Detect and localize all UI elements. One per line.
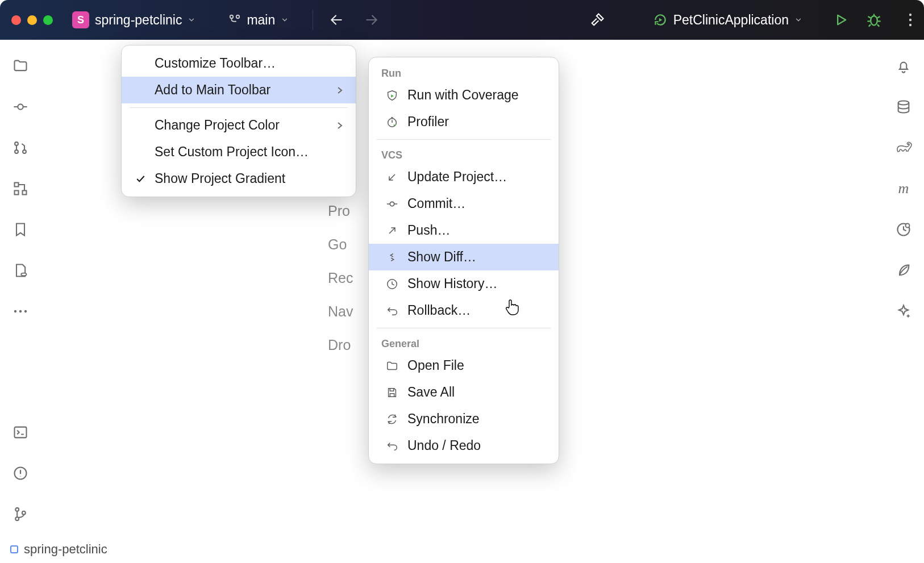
menu-section-header: VCS bbox=[369, 144, 559, 164]
build-button[interactable] bbox=[585, 7, 610, 32]
arrow-up-right-icon bbox=[385, 223, 399, 238]
coverage-tool-button[interactable] bbox=[893, 219, 914, 240]
menu-item-label: Rollback… bbox=[407, 303, 471, 318]
diff-arrows-icon bbox=[385, 250, 399, 265]
nav-back-button[interactable] bbox=[329, 12, 344, 27]
submenu-item-save-all[interactable]: Save All bbox=[369, 379, 559, 406]
bug-icon bbox=[866, 12, 882, 28]
svg-point-24 bbox=[906, 224, 910, 228]
menu-item-set-custom-icon[interactable]: Set Custom Project Icon… bbox=[122, 139, 356, 165]
commit-tool-button[interactable] bbox=[10, 97, 31, 117]
right-tool-rail: m bbox=[883, 40, 924, 536]
submenu-item-undo-redo[interactable]: Undo / Redo bbox=[369, 432, 559, 459]
more-tools-button[interactable] bbox=[10, 301, 31, 322]
left-tool-rail bbox=[0, 40, 41, 536]
svg-rect-12 bbox=[23, 191, 27, 195]
menu-separator bbox=[377, 139, 551, 140]
debug-button[interactable] bbox=[861, 7, 886, 32]
menu-item-customize-toolbar[interactable]: Customize Toolbar… bbox=[122, 50, 356, 77]
project-tool-button[interactable] bbox=[10, 56, 31, 76]
submenu-item-show-diff[interactable]: Show Diff… bbox=[369, 244, 559, 270]
menu-item-label: Change Project Color bbox=[155, 118, 280, 133]
svg-rect-17 bbox=[15, 427, 27, 438]
vcs-branch-selector[interactable]: main bbox=[220, 9, 297, 31]
svg-point-7 bbox=[15, 142, 18, 145]
structure-tool-button[interactable] bbox=[10, 178, 31, 199]
svg-rect-10 bbox=[15, 183, 19, 187]
commit-dot-icon bbox=[385, 197, 399, 211]
undo-icon bbox=[385, 303, 399, 318]
svg-point-19 bbox=[15, 508, 19, 511]
arrow-left-icon bbox=[329, 12, 344, 27]
svg-point-16 bbox=[24, 310, 27, 312]
notifications-tool-button[interactable] bbox=[893, 56, 914, 76]
leaf-icon bbox=[896, 262, 911, 278]
add-to-toolbar-submenu: Run Run with Coverage Profiler VCS Updat… bbox=[368, 57, 559, 464]
database-file-tool-button[interactable] bbox=[10, 260, 31, 281]
submenu-item-push[interactable]: Push… bbox=[369, 217, 559, 244]
vcs-tool-button[interactable] bbox=[10, 504, 31, 524]
gradle-tool-button[interactable] bbox=[893, 137, 914, 158]
svg-point-5 bbox=[909, 24, 911, 26]
submenu-item-profiler[interactable]: Profiler bbox=[369, 109, 559, 135]
window-controls bbox=[11, 15, 53, 25]
menu-item-change-project-color[interactable]: Change Project Color bbox=[122, 112, 356, 139]
minimize-window-button[interactable] bbox=[27, 15, 37, 25]
submenu-item-open-file[interactable]: Open File bbox=[369, 352, 559, 379]
menu-item-label: Run with Coverage bbox=[407, 87, 519, 103]
project-selector[interactable]: S spring-petclinic bbox=[65, 8, 202, 32]
menu-item-label: Commit… bbox=[407, 196, 465, 211]
bookmarks-tool-button[interactable] bbox=[10, 219, 31, 240]
svg-point-21 bbox=[22, 511, 26, 515]
run-button[interactable] bbox=[829, 7, 854, 32]
close-window-button[interactable] bbox=[11, 15, 21, 25]
run-configuration-selector[interactable]: PetClinicApplication bbox=[646, 9, 809, 31]
maximize-window-button[interactable] bbox=[43, 15, 53, 25]
menu-item-label: Synchronize bbox=[407, 411, 480, 427]
save-icon bbox=[385, 385, 399, 400]
svg-point-1 bbox=[236, 15, 240, 19]
menu-item-show-project-gradient[interactable]: Show Project Gradient bbox=[122, 165, 356, 192]
svg-point-26 bbox=[390, 202, 394, 206]
menu-item-label: Set Custom Project Icon… bbox=[155, 144, 309, 160]
submenu-item-rollback[interactable]: Rollback… bbox=[369, 297, 559, 324]
menu-item-label: Push… bbox=[407, 223, 450, 238]
toolbar-context-menu: Customize Toolbar… Add to Main Toolbar C… bbox=[121, 45, 356, 197]
terminal-tool-button[interactable] bbox=[10, 422, 31, 443]
database-tool-button[interactable] bbox=[893, 97, 914, 117]
pull-requests-tool-button[interactable] bbox=[10, 137, 31, 158]
menu-item-label: Show Project Gradient bbox=[155, 171, 285, 186]
svg-point-0 bbox=[230, 15, 234, 19]
submenu-item-update-project[interactable]: Update Project… bbox=[369, 164, 559, 190]
check-icon bbox=[134, 173, 147, 185]
problems-tool-button[interactable] bbox=[10, 463, 31, 483]
clock-icon bbox=[385, 277, 399, 291]
nav-forward-button[interactable] bbox=[364, 12, 379, 27]
submenu-item-commit[interactable]: Commit… bbox=[369, 190, 559, 217]
branch-name-label: main bbox=[247, 12, 275, 28]
svg-point-2 bbox=[871, 16, 877, 25]
menu-item-add-to-main-toolbar[interactable]: Add to Main Toolbar bbox=[122, 77, 356, 103]
warning-circle-icon bbox=[13, 465, 28, 481]
folder-icon bbox=[385, 358, 399, 373]
svg-point-3 bbox=[909, 14, 911, 16]
svg-rect-11 bbox=[15, 191, 19, 195]
submenu-item-show-history[interactable]: Show History… bbox=[369, 270, 559, 297]
rerun-icon bbox=[653, 12, 668, 27]
svg-point-8 bbox=[15, 150, 18, 153]
menu-item-label: Show Diff… bbox=[407, 249, 476, 265]
ai-assistant-tool-button[interactable] bbox=[893, 301, 914, 322]
git-branch-icon bbox=[13, 506, 28, 522]
spring-tool-button[interactable] bbox=[893, 260, 914, 281]
folder-icon bbox=[13, 58, 28, 74]
menu-item-label: Profiler bbox=[407, 114, 449, 130]
chevron-down-icon bbox=[188, 16, 195, 24]
more-horizontal-icon bbox=[13, 308, 28, 315]
status-project-label[interactable]: spring-petclinic bbox=[24, 542, 107, 557]
maven-tool-button[interactable]: m bbox=[893, 178, 914, 199]
file-db-icon bbox=[13, 262, 28, 278]
submenu-item-run-with-coverage[interactable]: Run with Coverage bbox=[369, 82, 559, 109]
submenu-item-synchronize[interactable]: Synchronize bbox=[369, 406, 559, 432]
more-button[interactable] bbox=[904, 7, 917, 32]
gradle-icon bbox=[895, 141, 912, 155]
